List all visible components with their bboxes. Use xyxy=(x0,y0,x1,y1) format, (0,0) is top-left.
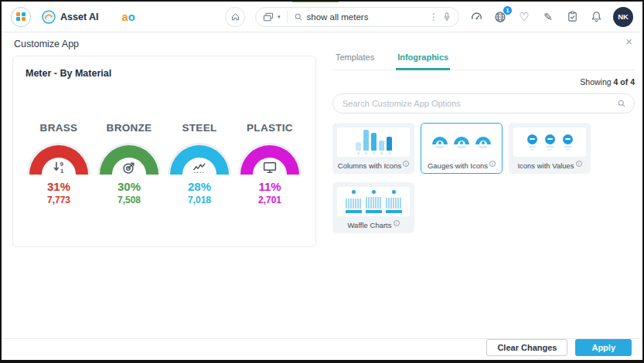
home-button[interactable] xyxy=(225,7,245,27)
columns-thumbnail-icon xyxy=(337,127,410,157)
search-input[interactable] xyxy=(307,12,425,22)
clear-changes-button[interactable]: Clear Changes xyxy=(486,339,567,356)
info-icon[interactable]: i xyxy=(489,161,496,167)
gauges-row: BRASS 91 31% 7,773 BRONZE xyxy=(13,122,315,205)
monitor-icon xyxy=(262,159,278,175)
gauge-percent: 30% xyxy=(94,180,164,193)
global-search-bar[interactable]: ▾ ⋮ xyxy=(255,7,459,27)
customize-options-panel: Templates Infographics Showing 4 of 4 xyxy=(332,49,635,233)
tasks-button[interactable] xyxy=(565,10,579,24)
divider xyxy=(287,11,288,22)
gauge-percent: 28% xyxy=(165,180,234,193)
icons-values-thumbnail-icon xyxy=(513,127,586,157)
gauge-arc xyxy=(238,143,302,175)
gauge-brass: BRASS 91 31% 7,773 xyxy=(24,122,94,205)
app-grid-icon xyxy=(16,12,26,22)
topbar-right: ▾ ⋮ 1 ♡ ✎ xyxy=(225,7,633,27)
waffle-thumbnail-icon xyxy=(337,187,410,216)
gauge-label: STEEL xyxy=(165,122,234,134)
top-progress-strip xyxy=(292,0,339,2)
card-columns-with-icons[interactable]: Columns with Iconsi xyxy=(332,123,414,174)
card-gauges-with-icons[interactable]: Gauges with Iconsi xyxy=(421,123,503,174)
info-icon[interactable]: i xyxy=(576,161,582,167)
card-label: Columns with Iconsi xyxy=(338,161,409,170)
chevron-down-icon: ▾ xyxy=(278,14,281,20)
kebab-menu-icon[interactable]: ⋮ xyxy=(429,12,438,22)
app-launcher-button[interactable] xyxy=(11,7,31,27)
template-card-grid: Columns with Iconsi Gauges with Iconsi xyxy=(332,123,635,233)
notification-badge: 1 xyxy=(503,5,513,15)
close-icon[interactable]: × xyxy=(625,35,632,48)
tab-bar: Templates Infographics xyxy=(332,49,635,70)
dialog-title: Customize App xyxy=(14,39,79,49)
gauge-label: BRASS xyxy=(24,122,94,134)
gauge-value: 2,701 xyxy=(235,195,305,205)
topbar: Asset AI ao ▾ ⋮ xyxy=(2,2,642,32)
favorites-button[interactable]: ♡ xyxy=(517,10,531,24)
gauge-percent: 31% xyxy=(24,180,94,193)
gauge-label: PLASTIC xyxy=(235,122,305,134)
footer-actions: Clear Changes Apply xyxy=(486,339,632,356)
asset-ai-logo-icon xyxy=(42,10,56,24)
gauges-thumbnail-icon xyxy=(425,127,498,157)
search-icon xyxy=(294,12,303,22)
heart-icon: ♡ xyxy=(519,11,529,22)
clipboard-check-icon xyxy=(567,11,578,22)
sort-numeric-down-icon: 91 xyxy=(51,159,67,175)
info-icon[interactable]: i xyxy=(394,220,400,226)
options-search-input[interactable] xyxy=(332,93,635,114)
card-waffle-charts[interactable]: Waffle Chartsi xyxy=(332,182,414,233)
notifications-button[interactable] xyxy=(589,10,603,24)
speedometer-icon xyxy=(470,10,483,23)
app-title: Asset AI xyxy=(60,12,99,22)
gauge-bronze: BRONZE 30% 7,508 xyxy=(94,122,164,205)
gauge-label: BRONZE xyxy=(94,122,164,134)
meter-card-title: Meter - By Material xyxy=(13,56,315,79)
goal-target-icon xyxy=(121,159,138,175)
card-label: Waffle Chartsi xyxy=(347,220,399,229)
app-window: Asset AI ao ▾ ⋮ xyxy=(0,0,644,363)
card-label: Icons with Valuesi xyxy=(517,161,581,170)
line-chart-icon xyxy=(192,159,208,175)
company-logo-icon: ao xyxy=(122,11,135,23)
gauge-arc xyxy=(168,143,231,175)
options-search xyxy=(332,93,635,114)
language-button[interactable]: 1 xyxy=(493,10,507,24)
app-brand[interactable]: Asset AI xyxy=(42,10,99,24)
gauge-plastic: PLASTIC 11% 2,701 xyxy=(235,122,305,205)
svg-text:1: 1 xyxy=(60,168,64,175)
card-label: Gauges with Iconsi xyxy=(428,161,496,170)
meter-preview-card: Meter - By Material BRASS 91 31% 7,773 B… xyxy=(12,56,316,247)
gauge-percent: 11% xyxy=(235,180,305,193)
bell-icon xyxy=(591,11,602,22)
card-icons-with-values[interactable]: Icons with Valuesi xyxy=(509,123,591,174)
gauge-value: 7,508 xyxy=(94,195,164,205)
apply-button[interactable]: Apply xyxy=(575,339,632,356)
pen-icon: ✎ xyxy=(543,12,553,22)
gauge-arc: 91 xyxy=(27,143,90,175)
user-avatar[interactable]: NK xyxy=(613,7,633,27)
showing-count: Showing 4 of 4 xyxy=(332,77,635,87)
search-icon xyxy=(617,99,626,108)
gauge-value: 7,773 xyxy=(24,195,94,205)
annotate-button[interactable]: ✎ xyxy=(541,10,555,24)
tab-infographics[interactable]: Infographics xyxy=(396,49,450,70)
gauge-arc xyxy=(97,143,161,175)
sheet-selector-icon[interactable] xyxy=(263,12,274,22)
info-icon[interactable]: i xyxy=(403,161,409,167)
home-icon xyxy=(230,12,240,22)
microphone-icon[interactable] xyxy=(442,12,451,22)
tab-templates[interactable]: Templates xyxy=(334,49,376,70)
gauge-steel: STEEL 28% 7,018 xyxy=(165,122,234,205)
gauge-value: 7,018 xyxy=(165,195,234,205)
insights-button[interactable] xyxy=(469,10,483,24)
